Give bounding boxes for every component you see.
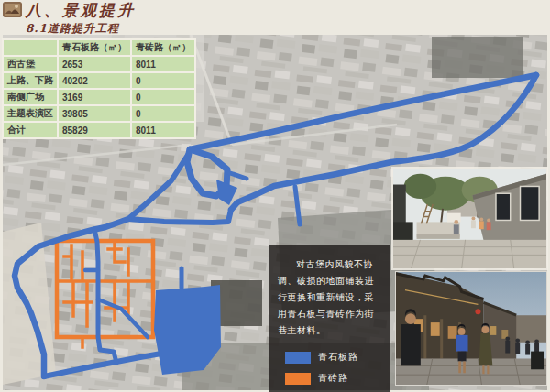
table-row: 主题表演区 39805 0 [3,105,195,122]
header-stone-slab: 青石板路（㎡） [58,39,131,56]
cell-brick: 8011 [131,122,195,138]
cell-slab: 40202 [58,72,131,89]
slide: { "slide": { "title": "八、景观提升", "subtitl… [0,0,550,392]
cell-brick: 8011 [131,56,195,72]
road-area-table: 青石板路（㎡） 青砖路（㎡） 西古堡 2653 8011 上路、下路 40202… [2,38,196,139]
header-blank [3,39,58,56]
legend-label: 青石板路 [318,351,358,364]
row-label: 南侧广场 [3,89,58,105]
map-legend: 青石板路 青砖路 [278,351,380,385]
cell-slab: 3169 [58,89,131,105]
cell-slab: 85829 [58,122,131,138]
table-row: 南侧广场 3169 0 [3,89,195,105]
legend-label: 青砖路 [318,372,348,385]
legend-item-stone-slab: 青石板路 [285,351,380,364]
cell-slab: 39805 [58,105,131,122]
row-label: 主题表演区 [3,105,58,122]
note-text: 对古堡内风貌不协调、破损的地面铺装进行更换和重新铺设，采用青石板与青砖作为街巷主… [278,256,380,339]
table-row-total: 合计 85829 8011 [3,122,195,138]
table-row: 西古堡 2653 8011 [3,56,195,72]
table-header-row: 青石板路（㎡） 青砖路（㎡） [3,39,195,56]
row-label: 西古堡 [3,56,58,72]
legend-item-brick: 青砖路 [285,372,380,385]
note-box: 对古堡内风貌不协调、破损的地面铺装进行更换和重新铺设，采用青石板与青砖作为街巷主… [269,245,390,392]
header-brick: 青砖路（㎡） [131,39,195,56]
cell-slab: 2653 [58,56,131,72]
photo-stone-street-day [391,167,548,270]
photo-traditional-street-dusk [395,271,547,386]
map-dark-patch [432,37,523,78]
page-subtitle: 8.1道路提升工程 [26,21,136,37]
cell-brick: 0 [131,105,195,122]
table-row: 上路、下路 40202 0 [3,72,195,89]
photo-street-dusk-illustration [396,272,546,385]
page-title: 八、景观提升 [26,2,136,19]
slide-header: 八、景观提升 8.1道路提升工程 [3,2,136,37]
legend-swatch-blue [285,352,311,364]
cell-brick: 0 [131,89,195,105]
row-label: 合计 [3,122,58,138]
section-decoration-icon [3,2,22,17]
cell-brick: 0 [131,72,195,89]
row-label: 上路、下路 [3,72,58,89]
photo-street-day-illustration [393,169,546,268]
legend-swatch-orange [285,373,311,385]
